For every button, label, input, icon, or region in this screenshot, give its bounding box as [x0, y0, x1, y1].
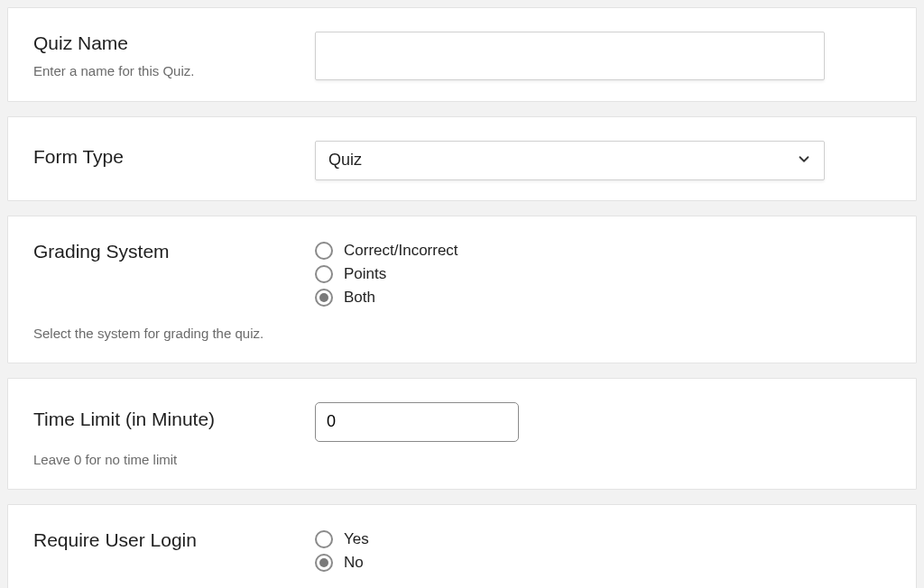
- quiz-name-input[interactable]: [315, 32, 825, 80]
- grading-radio-correct-label[interactable]: Correct/Incorrect: [344, 242, 458, 260]
- require-login-radio-no[interactable]: [315, 554, 333, 572]
- panel-form-type: Form Type Quiz: [7, 116, 917, 201]
- grading-radio-both[interactable]: [315, 289, 333, 307]
- grading-radio-both-label[interactable]: Both: [344, 289, 375, 307]
- time-limit-input[interactable]: [315, 402, 519, 442]
- time-limit-help: Leave 0 for no time limit: [33, 451, 891, 469]
- require-login-label: Require User Login: [33, 528, 315, 552]
- grading-radio-correct[interactable]: [315, 242, 333, 260]
- form-type-selected-value: Quiz: [328, 151, 362, 170]
- panel-time-limit: Time Limit (in Minute) Leave 0 for no ti…: [7, 378, 917, 490]
- panel-require-login: Require User Login Yes No Enabling this …: [7, 504, 917, 588]
- grading-system-label: Grading System: [33, 240, 315, 263]
- grading-system-help: Select the system for grading the quiz.: [33, 325, 891, 343]
- grading-radio-points[interactable]: [315, 265, 333, 283]
- form-type-label: Form Type: [33, 145, 124, 169]
- panel-grading-system: Grading System Correct/Incorrect Points …: [7, 216, 917, 363]
- quiz-name-label: Quiz Name: [33, 32, 315, 55]
- form-type-select[interactable]: Quiz: [315, 141, 825, 180]
- quiz-name-help: Enter a name for this Quiz.: [33, 62, 315, 80]
- require-login-radio-no-label[interactable]: No: [344, 554, 364, 572]
- panel-quiz-name: Quiz Name Enter a name for this Quiz.: [7, 7, 917, 102]
- require-login-radio-yes-label[interactable]: Yes: [344, 530, 369, 548]
- require-login-radio-yes[interactable]: [315, 530, 333, 548]
- time-limit-label: Time Limit (in Minute): [33, 408, 215, 431]
- grading-radio-points-label[interactable]: Points: [344, 265, 386, 283]
